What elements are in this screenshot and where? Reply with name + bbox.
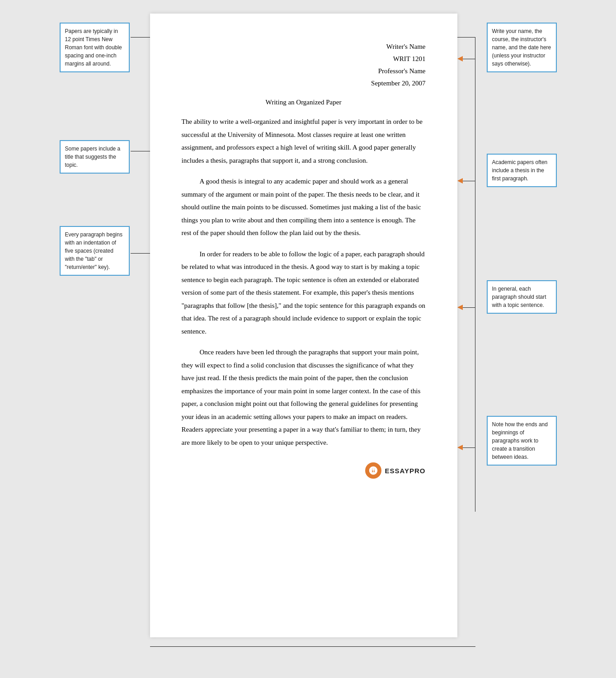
annotation-left-2: Some papers include a title that suggest… (60, 140, 130, 174)
paper-body: The ability to write a well-organized an… (182, 115, 426, 449)
paper-document: Writer's Name WRIT 1201 Professor's Name… (150, 14, 457, 637)
essaypro-label: ESSAYPRO (385, 467, 426, 475)
page-wrapper: Papers are typically in 12 point Times N… (60, 14, 557, 637)
connector-right-2 (462, 181, 475, 181)
annotation-left-3: Every paragraph begins with an indentati… (60, 226, 130, 276)
connector-right-4 (462, 447, 475, 448)
annotation-right-4: Note how the ends and beginnings of para… (487, 416, 557, 466)
connector-left-1 (131, 37, 150, 38)
paper-title: Writing an Organized Paper (182, 99, 426, 106)
paper-header: Writer's Name WRIT 1201 Professor's Name… (182, 41, 426, 89)
connector-right-3 (462, 307, 475, 308)
arrow-thesis (457, 178, 463, 184)
right-connector-line (475, 37, 475, 512)
connector-right-1 (462, 59, 475, 59)
header-professor: Professor's Name (182, 65, 426, 77)
arrow-topic (457, 305, 463, 310)
arrow-header (457, 56, 463, 61)
essaypro-logo: ESSAYPRO (182, 462, 426, 479)
header-date: September 20, 2007 (182, 77, 426, 89)
paragraph-2: A good thesis is integral to any academi… (182, 175, 426, 240)
connector-left-2 (131, 151, 150, 151)
annotation-right-2: Academic papers often include a thesis i… (487, 154, 557, 187)
paragraph-3: In order for readers to be able to follo… (182, 248, 426, 338)
header-name: Writer's Name (182, 41, 426, 53)
annotation-right-1: Write your name, the course, the instruc… (487, 23, 557, 72)
paragraph-4: Once readers have been led through the p… (182, 346, 426, 449)
connector-left-3 (131, 253, 150, 254)
annotation-right-3: In general, each paragraph should start … (487, 280, 557, 314)
arrow-transition (457, 445, 463, 450)
essaypro-icon (365, 462, 381, 479)
annotation-left-1: Papers are typically in 12 point Times N… (60, 23, 130, 72)
header-course: WRIT 1201 (182, 53, 426, 65)
bottom-connector-line (150, 646, 475, 647)
paragraph-1: The ability to write a well-organized an… (182, 115, 426, 167)
